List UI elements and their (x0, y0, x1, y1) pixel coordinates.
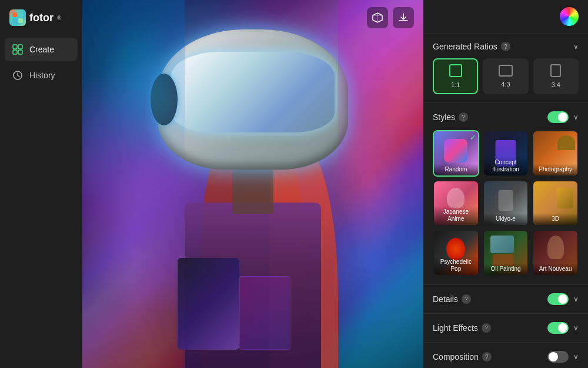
svg-rect-4 (13, 45, 17, 49)
light-effects-section: Light Effects ? ∨ (423, 314, 588, 343)
ratio-1-1-icon (449, 64, 462, 79)
download-button[interactable] (393, 7, 414, 28)
light-effects-title: Light Effects (433, 323, 478, 333)
generated-ratios-help[interactable]: ? (501, 42, 510, 51)
ratio-3-4-button[interactable]: 3:4 (533, 58, 579, 94)
styles-chevron: ∨ (573, 113, 579, 121)
details-toggle[interactable] (547, 293, 569, 305)
canvas-toolbar (367, 7, 414, 28)
style-random-label: Random (434, 164, 478, 175)
styles-controls: ∨ (547, 111, 579, 123)
style-3d-label: 3D (533, 213, 577, 225)
svg-rect-2 (12, 18, 17, 23)
style-3d[interactable]: 3D (532, 180, 579, 227)
right-panel: Generated Ratios ? ∨ 1:1 4:3 (423, 0, 588, 368)
composition-header[interactable]: Composition ? ∨ (433, 351, 579, 363)
svg-rect-5 (18, 45, 22, 49)
3d-view-button[interactable] (367, 7, 388, 28)
style-psychedelic-label: PsychedelicPop (434, 256, 478, 275)
light-effects-controls: ∨ (547, 322, 579, 334)
svg-rect-3 (18, 18, 23, 23)
generated-ratios-chevron: ∨ (573, 42, 579, 51)
svg-rect-0 (12, 12, 17, 17)
composition-section: Composition ? ∨ (423, 343, 588, 368)
composition-title: Composition (433, 352, 479, 362)
generated-ratios-header[interactable]: Generated Ratios ? ∨ (433, 42, 579, 51)
composition-chevron: ∨ (573, 353, 579, 361)
generated-ratios-title: Generated Ratios (433, 42, 497, 51)
style-psychedelic[interactable]: PsychedelicPop (433, 230, 479, 276)
style-random-check: ✓ (470, 134, 476, 142)
style-ukiyo-label: Ukiyo-e (484, 213, 528, 225)
style-nouveau[interactable]: Art Nouveau (532, 230, 579, 276)
light-effects-toggle[interactable] (547, 322, 569, 334)
main-canvas-area (82, 0, 423, 368)
panel-header (423, 0, 588, 34)
trademark: ® (57, 15, 61, 21)
composition-toggle[interactable] (547, 351, 569, 363)
light-effects-help[interactable]: ? (482, 323, 491, 333)
logo: fotor® (5, 9, 78, 38)
style-ukiyo[interactable]: Ukiyo-e (483, 180, 529, 227)
svg-rect-11 (551, 65, 560, 77)
create-icon (12, 44, 24, 55)
style-oil-label: Oil Painting (484, 263, 528, 275)
details-help[interactable]: ? (462, 294, 471, 304)
svg-rect-9 (450, 65, 462, 77)
svg-rect-1 (18, 12, 23, 17)
color-picker-button[interactable] (560, 7, 579, 26)
style-anime-label: JapaneseAnime (434, 206, 478, 225)
history-icon (12, 69, 24, 81)
styles-title: Styles (433, 112, 455, 122)
ai-artwork (82, 0, 423, 368)
generated-ratios-section: Generated Ratios ? ∨ 1:1 4:3 (423, 34, 588, 103)
ratio-4-3-icon (499, 65, 513, 78)
generated-image (82, 0, 423, 368)
ratio-3-4-label: 3:4 (552, 81, 560, 88)
generated-ratios-controls: ∨ (573, 42, 579, 51)
history-label: History (29, 71, 55, 80)
ratio-1-1-label: 1:1 (451, 81, 460, 88)
styles-grid: ✓ Random ConceptIllustration Photography (433, 130, 579, 276)
svg-rect-10 (499, 65, 512, 76)
styles-section: Styles ? ∨ ✓ Random Concept (423, 103, 588, 285)
style-random[interactable]: ✓ Random (433, 130, 479, 177)
composition-help[interactable]: ? (482, 352, 492, 362)
details-controls: ∨ (547, 293, 579, 305)
details-title: Details (433, 294, 458, 304)
ratio-3-4-icon (550, 64, 561, 79)
svg-rect-7 (18, 50, 22, 54)
ratio-1-1-button[interactable]: 1:1 (433, 58, 478, 94)
ratio-4-3-label: 4:3 (501, 81, 510, 88)
details-chevron: ∨ (573, 295, 579, 303)
details-header[interactable]: Details ? ∨ (433, 293, 579, 305)
sidebar-item-create[interactable]: Create (5, 38, 78, 61)
style-photography-label: Photography (533, 164, 577, 175)
style-oil[interactable]: Oil Painting (483, 230, 529, 276)
create-label: Create (29, 45, 54, 54)
style-concept-label: ConceptIllustration (484, 157, 528, 175)
ratio-4-3-button[interactable]: 4:3 (483, 58, 528, 94)
styles-help[interactable]: ? (459, 112, 468, 122)
ratio-buttons-group: 1:1 4:3 3:4 (433, 58, 579, 94)
sidebar-item-history[interactable]: History (5, 64, 78, 87)
light-effects-header[interactable]: Light Effects ? ∨ (433, 322, 579, 334)
styles-header[interactable]: Styles ? ∨ (433, 111, 579, 123)
style-nouveau-label: Art Nouveau (533, 263, 577, 275)
style-concept[interactable]: ConceptIllustration (483, 130, 529, 177)
styles-toggle[interactable] (547, 111, 569, 123)
light-effects-chevron: ∨ (573, 324, 579, 332)
svg-rect-6 (13, 50, 17, 54)
details-section: Details ? ∨ (423, 285, 588, 314)
sidebar: fotor® Create History (0, 0, 82, 368)
style-anime[interactable]: JapaneseAnime (433, 180, 479, 227)
style-photography[interactable]: Photography (532, 130, 579, 177)
composition-controls: ∨ (547, 351, 579, 363)
app-name: fotor (29, 12, 54, 24)
logo-icon (9, 9, 26, 26)
